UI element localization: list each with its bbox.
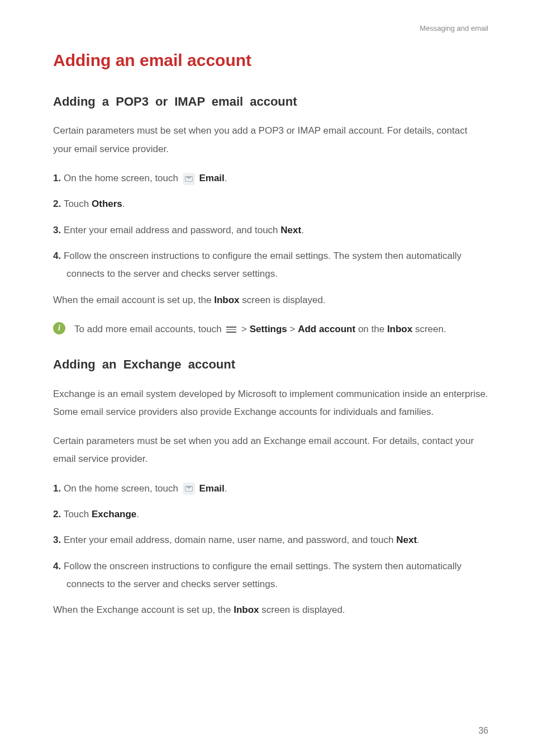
exchange-intro-2: Certain parameters must be set when you … (53, 432, 488, 469)
step-3-ex: 3. Enter your email address, domain name… (53, 531, 488, 549)
section-heading-pop3: Adding a POP3 or IMAP email account (53, 91, 488, 112)
section-intro: Certain parameters must be set when you … (53, 122, 488, 158)
step-4-ex: 4. Follow the onscreen instructions to c… (53, 557, 488, 594)
email-icon (183, 483, 195, 495)
breadcrumb: Messaging and email (53, 22, 488, 35)
exchange-intro-1: Exchange is an email system developed by… (53, 385, 488, 422)
step-4: 4. Follow the onscreen instructions to c… (53, 247, 488, 284)
info-tip: i To add more email accounts, touch > Se… (53, 320, 488, 338)
post-steps-text-ex: When the Exchange account is set up, the… (53, 601, 488, 619)
email-icon (183, 173, 195, 185)
info-icon: i (53, 322, 65, 334)
step-2: 2. Touch Others. (53, 195, 488, 213)
menu-icon (226, 325, 236, 334)
post-steps-text: When the email account is set up, the In… (53, 291, 488, 309)
step-1-ex: 1. On the home screen, touch Email. (53, 480, 488, 498)
step-1: 1. On the home screen, touch Email. (53, 169, 488, 187)
step-3: 3. Enter your email address and password… (53, 221, 488, 239)
section-heading-exchange: Adding an Exchange account (53, 354, 488, 375)
page-title: Adding an email account (53, 46, 488, 74)
step-2-ex: 2. Touch Exchange. (53, 505, 488, 523)
page-number: 36 (478, 723, 488, 738)
